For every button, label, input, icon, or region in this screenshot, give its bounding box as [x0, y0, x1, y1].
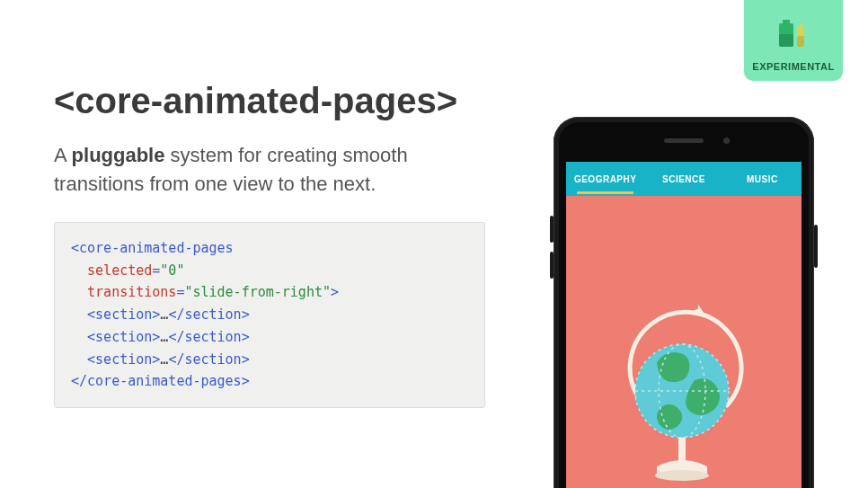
slide-content: <core-animated-pages> A pluggable system… — [54, 81, 485, 408]
code-attr1-name: selected — [87, 262, 152, 279]
globe-illustration — [612, 299, 756, 488]
phone-power-button — [814, 225, 818, 268]
code-section-open-3: <section> — [87, 351, 160, 368]
code-section-close-3: </section> — [168, 351, 249, 368]
svg-rect-1 — [779, 34, 793, 47]
svg-rect-2 — [783, 20, 790, 24]
subtitle-bold: pluggable — [72, 144, 165, 166]
tab-music[interactable]: MUSIC — [723, 164, 802, 194]
phone-screen: GEOGRAPHY SCIENCE MUSIC — [566, 162, 802, 488]
code-attr2-val: "slide-from-right" — [184, 284, 331, 300]
svg-rect-11 — [678, 438, 686, 461]
code-attr1-val: "0" — [160, 262, 184, 279]
tab-science[interactable]: SCIENCE — [644, 164, 722, 194]
code-close-tag: </core-animated-pages> — [71, 373, 250, 389]
badge-label: EXPERIMENTAL — [752, 61, 834, 72]
phone-camera — [723, 138, 730, 144]
slide-subtitle: A pluggable system for creating smooth t… — [54, 141, 485, 199]
code-snippet: <core-animated-pages selected="0" transi… — [54, 222, 485, 408]
lab-flask-icon — [775, 18, 811, 54]
code-open-tag: core-animated-pages — [79, 240, 234, 256]
code-section-open-2: <section> — [87, 329, 160, 345]
code-attr2-name: transitions — [87, 284, 176, 300]
svg-rect-5 — [799, 23, 802, 28]
tab-geography[interactable]: GEOGRAPHY — [566, 164, 644, 194]
experimental-badge: EXPERIMENTAL — [744, 0, 843, 81]
phone-volume-up — [550, 216, 554, 243]
svg-point-12 — [655, 470, 709, 481]
phone-volume-down — [550, 252, 554, 279]
phone-speaker — [664, 138, 704, 143]
subtitle-pre: A — [54, 144, 72, 166]
slide-title: <core-animated-pages> — [54, 81, 485, 121]
tab-bar: GEOGRAPHY SCIENCE MUSIC — [566, 162, 802, 196]
code-section-close-1: </section> — [168, 306, 249, 323]
phone-mockup: GEOGRAPHY SCIENCE MUSIC — [554, 117, 814, 488]
code-section-close-2: </section> — [168, 329, 249, 345]
svg-rect-4 — [797, 36, 804, 47]
code-section-open-1: <section> — [87, 306, 160, 323]
